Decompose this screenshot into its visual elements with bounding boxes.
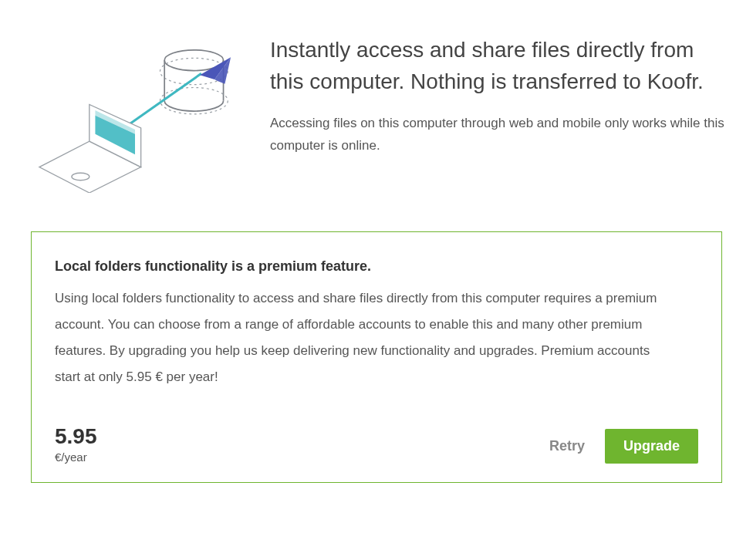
svg-point-2 [160, 88, 228, 114]
price-amount: 5.95 [55, 424, 97, 449]
hero-section: Instantly access and share files directl… [23, 23, 730, 185]
price-block: 5.95 €/year [55, 424, 97, 464]
sync-illustration-icon [23, 23, 247, 185]
upgrade-button[interactable]: Upgrade [605, 429, 698, 464]
price-unit: €/year [55, 450, 97, 464]
premium-upsell-box: Local folders functionality is a premium… [31, 231, 722, 483]
retry-button[interactable]: Retry [549, 438, 585, 454]
premium-body: Using local folders functionality to acc… [55, 285, 672, 390]
premium-heading: Local folders functionality is a premium… [55, 258, 698, 275]
hero-title: Instantly access and share files directl… [270, 35, 730, 97]
hero-subtitle: Accessing files on this computer through… [270, 113, 730, 157]
